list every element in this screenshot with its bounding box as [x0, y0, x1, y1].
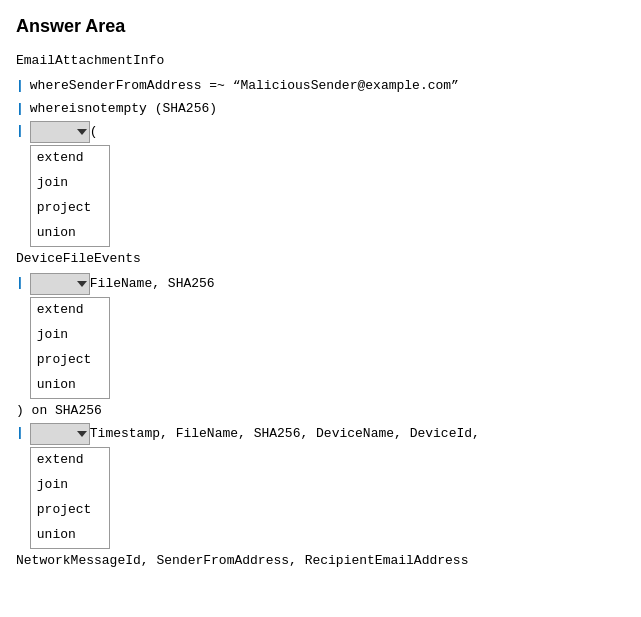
- dropdown-1-option-extend[interactable]: extend: [31, 146, 109, 171]
- table-name-2: DeviceFileEvents: [16, 249, 141, 270]
- dropdown-3-option-extend[interactable]: extend: [31, 448, 109, 473]
- line5-text: ) on SHA256: [16, 401, 102, 422]
- line6-suffix: Timestamp, FileName, SHA256, DeviceName,…: [90, 424, 480, 445]
- dropdown-2[interactable]: [30, 273, 90, 295]
- last-line: NetworkMessageId, SenderFromAddress, Rec…: [16, 551, 468, 572]
- pipe-4: |: [16, 273, 24, 294]
- line4-suffix: FileName, SHA256: [90, 274, 215, 295]
- dropdown-3-option-union[interactable]: union: [31, 523, 109, 548]
- pipe-3: |: [16, 121, 24, 142]
- line2-rest: isnotempty (SHA256): [69, 99, 217, 120]
- dropdown-1-option-join[interactable]: join: [31, 171, 109, 196]
- dropdown-3-option-join[interactable]: join: [31, 473, 109, 498]
- dropdown-2-option-join[interactable]: join: [31, 323, 109, 348]
- dropdown-2-option-project[interactable]: project: [31, 348, 109, 373]
- line3-suffix: (: [90, 122, 98, 143]
- dropdown-block-2: FileName, SHA256 extend join project uni…: [30, 273, 215, 398]
- pipe-1: |: [16, 76, 24, 97]
- dropdown-block-3: Timestamp, FileName, SHA256, DeviceName,…: [30, 423, 480, 548]
- dropdown-1-arrow: [77, 129, 87, 135]
- page-title: Answer Area: [16, 16, 625, 37]
- dropdown-3-menu: extend join project union: [30, 447, 110, 548]
- dropdown-1[interactable]: [30, 121, 90, 143]
- dropdown-block-1: ( extend join project union: [30, 121, 110, 246]
- keyword-where-2: where: [30, 99, 69, 120]
- dropdown-1-option-union[interactable]: union: [31, 221, 109, 246]
- pipe-2: |: [16, 99, 24, 120]
- dropdown-2-option-union[interactable]: union: [31, 373, 109, 398]
- dropdown-3[interactable]: [30, 423, 90, 445]
- dropdown-1-option-project[interactable]: project: [31, 196, 109, 221]
- dropdown-3-option-project[interactable]: project: [31, 498, 109, 523]
- dropdown-2-arrow: [77, 281, 87, 287]
- line1-rest: SenderFromAddress =~ “MaliciousSender@ex…: [69, 76, 459, 97]
- dropdown-1-menu: extend join project union: [30, 145, 110, 246]
- keyword-where-1: where: [30, 76, 69, 97]
- dropdown-2-option-extend[interactable]: extend: [31, 298, 109, 323]
- pipe-5: |: [16, 423, 24, 444]
- dropdown-2-menu: extend join project union: [30, 297, 110, 398]
- dropdown-3-arrow: [77, 431, 87, 437]
- table-name-1: EmailAttachmentInfo: [16, 51, 164, 72]
